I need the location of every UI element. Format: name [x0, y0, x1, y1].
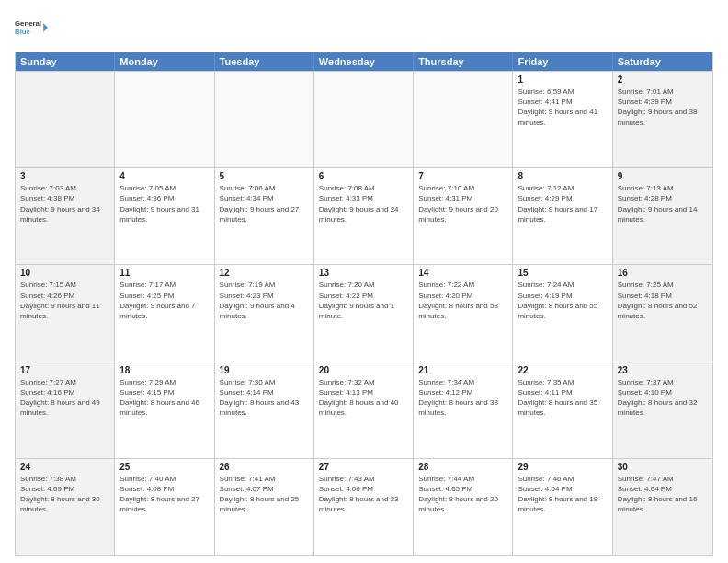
day-number: 1 — [518, 75, 607, 85]
cal-row-3: 17Sunrise: 7:27 AM Sunset: 4:16 PM Dayli… — [16, 362, 712, 458]
day-info: Sunrise: 7:38 AM Sunset: 4:09 PM Dayligh… — [20, 474, 109, 515]
header-cell-thursday: Thursday — [414, 52, 513, 71]
day-number: 8 — [518, 171, 607, 181]
cal-cell-r4-c6: 30Sunrise: 7:47 AM Sunset: 4:04 PM Dayli… — [613, 459, 712, 555]
day-info: Sunrise: 7:12 AM Sunset: 4:29 PM Dayligh… — [518, 183, 607, 224]
cal-cell-r2-c4: 14Sunrise: 7:22 AM Sunset: 4:20 PM Dayli… — [414, 265, 513, 361]
day-info: Sunrise: 7:05 AM Sunset: 4:36 PM Dayligh… — [119, 183, 209, 224]
cal-cell-r1-c1: 4Sunrise: 7:05 AM Sunset: 4:36 PM Daylig… — [115, 168, 214, 264]
day-number: 30 — [618, 462, 708, 472]
cal-cell-r3-c6: 23Sunrise: 7:37 AM Sunset: 4:10 PM Dayli… — [613, 362, 712, 458]
day-number: 2 — [618, 75, 708, 85]
cal-cell-r1-c3: 6Sunrise: 7:08 AM Sunset: 4:33 PM Daylig… — [314, 168, 414, 264]
cal-cell-r3-c4: 21Sunrise: 7:34 AM Sunset: 4:12 PM Dayli… — [414, 362, 513, 458]
day-info: Sunrise: 7:27 AM Sunset: 4:16 PM Dayligh… — [20, 377, 109, 419]
calendar: SundayMondayTuesdayWednesdayThursdayFrid… — [15, 52, 713, 556]
cal-cell-r4-c2: 26Sunrise: 7:41 AM Sunset: 4:07 PM Dayli… — [215, 459, 314, 555]
cal-cell-r3-c3: 20Sunrise: 7:32 AM Sunset: 4:13 PM Dayli… — [314, 362, 414, 458]
day-info: Sunrise: 7:15 AM Sunset: 4:26 PM Dayligh… — [20, 280, 109, 321]
svg-text:Blue: Blue — [15, 28, 31, 36]
cal-cell-r2-c0: 10Sunrise: 7:15 AM Sunset: 4:26 PM Dayli… — [16, 265, 115, 361]
cal-cell-r1-c6: 9Sunrise: 7:13 AM Sunset: 4:28 PM Daylig… — [613, 168, 712, 264]
day-number: 15 — [518, 268, 607, 278]
day-number: 7 — [418, 171, 507, 181]
day-info: Sunrise: 7:22 AM Sunset: 4:20 PM Dayligh… — [418, 280, 507, 321]
cal-cell-r3-c1: 18Sunrise: 7:29 AM Sunset: 4:15 PM Dayli… — [115, 362, 214, 458]
day-info: Sunrise: 7:46 AM Sunset: 4:04 PM Dayligh… — [518, 474, 607, 515]
logo-svg: General Blue — [15, 11, 48, 44]
header-cell-wednesday: Wednesday — [314, 52, 414, 71]
cal-cell-r4-c0: 24Sunrise: 7:38 AM Sunset: 4:09 PM Dayli… — [16, 459, 115, 555]
day-info: Sunrise: 7:30 AM Sunset: 4:14 PM Dayligh… — [220, 377, 309, 419]
day-info: Sunrise: 7:17 AM Sunset: 4:25 PM Dayligh… — [119, 280, 209, 321]
cal-cell-r4-c1: 25Sunrise: 7:40 AM Sunset: 4:08 PM Dayli… — [115, 459, 214, 555]
cal-cell-r4-c5: 29Sunrise: 7:46 AM Sunset: 4:04 PM Dayli… — [513, 459, 612, 555]
cal-cell-r0-c2 — [215, 72, 314, 167]
day-number: 13 — [319, 268, 408, 278]
day-number: 6 — [319, 171, 408, 181]
cal-cell-r4-c3: 27Sunrise: 7:43 AM Sunset: 4:06 PM Dayli… — [314, 459, 414, 555]
cal-row-2: 10Sunrise: 7:15 AM Sunset: 4:26 PM Dayli… — [16, 264, 712, 361]
day-info: Sunrise: 7:37 AM Sunset: 4:10 PM Dayligh… — [618, 377, 708, 419]
day-info: Sunrise: 7:10 AM Sunset: 4:31 PM Dayligh… — [418, 183, 507, 224]
day-info: Sunrise: 7:35 AM Sunset: 4:11 PM Dayligh… — [518, 377, 607, 419]
day-number: 25 — [119, 462, 209, 472]
day-number: 16 — [618, 268, 708, 278]
cal-cell-r2-c1: 11Sunrise: 7:17 AM Sunset: 4:25 PM Dayli… — [115, 265, 214, 361]
day-info: Sunrise: 7:03 AM Sunset: 4:38 PM Dayligh… — [20, 183, 109, 224]
logo: General Blue — [15, 11, 48, 44]
day-info: Sunrise: 7:20 AM Sunset: 4:22 PM Dayligh… — [319, 280, 408, 321]
cal-cell-r0-c6: 2Sunrise: 7:01 AM Sunset: 4:39 PM Daylig… — [613, 72, 712, 167]
header-cell-monday: Monday — [115, 52, 214, 71]
header-cell-tuesday: Tuesday — [215, 52, 314, 71]
day-number: 17 — [20, 365, 109, 375]
header: General Blue — [15, 11, 713, 44]
cal-cell-r2-c2: 12Sunrise: 7:19 AM Sunset: 4:23 PM Dayli… — [215, 265, 314, 361]
cal-cell-r1-c0: 3Sunrise: 7:03 AM Sunset: 4:38 PM Daylig… — [16, 168, 115, 264]
svg-text:General: General — [15, 19, 41, 28]
day-number: 12 — [220, 268, 309, 278]
day-number: 24 — [20, 462, 109, 472]
cal-cell-r3-c2: 19Sunrise: 7:30 AM Sunset: 4:14 PM Dayli… — [215, 362, 314, 458]
day-info: Sunrise: 7:34 AM Sunset: 4:12 PM Dayligh… — [418, 377, 507, 419]
day-info: Sunrise: 7:19 AM Sunset: 4:23 PM Dayligh… — [220, 280, 309, 321]
day-number: 10 — [20, 268, 109, 278]
cal-cell-r0-c4 — [414, 72, 513, 167]
day-number: 28 — [418, 462, 507, 472]
header-cell-saturday: Saturday — [613, 52, 712, 71]
day-number: 9 — [618, 171, 708, 181]
cal-cell-r1-c5: 8Sunrise: 7:12 AM Sunset: 4:29 PM Daylig… — [513, 168, 612, 264]
day-info: Sunrise: 7:47 AM Sunset: 4:04 PM Dayligh… — [618, 474, 708, 515]
header-cell-friday: Friday — [513, 52, 612, 71]
day-number: 4 — [119, 171, 209, 181]
cal-row-4: 24Sunrise: 7:38 AM Sunset: 4:09 PM Dayli… — [16, 458, 712, 555]
cal-cell-r0-c0 — [16, 72, 115, 167]
day-number: 20 — [319, 365, 408, 375]
cal-cell-r3-c0: 17Sunrise: 7:27 AM Sunset: 4:16 PM Dayli… — [16, 362, 115, 458]
cal-cell-r2-c6: 16Sunrise: 7:25 AM Sunset: 4:18 PM Dayli… — [613, 265, 712, 361]
day-number: 21 — [418, 365, 507, 375]
cal-cell-r2-c3: 13Sunrise: 7:20 AM Sunset: 4:22 PM Dayli… — [314, 265, 414, 361]
day-info: Sunrise: 7:32 AM Sunset: 4:13 PM Dayligh… — [319, 377, 408, 419]
day-number: 29 — [518, 462, 607, 472]
day-number: 19 — [220, 365, 309, 375]
day-info: Sunrise: 7:40 AM Sunset: 4:08 PM Dayligh… — [119, 474, 209, 515]
cal-cell-r0-c5: 1Sunrise: 6:59 AM Sunset: 4:41 PM Daylig… — [513, 72, 612, 167]
header-cell-sunday: Sunday — [16, 52, 115, 71]
cal-row-1: 3Sunrise: 7:03 AM Sunset: 4:38 PM Daylig… — [16, 167, 712, 264]
day-info: Sunrise: 7:44 AM Sunset: 4:05 PM Dayligh… — [418, 474, 507, 515]
svg-marker-2 — [43, 23, 48, 32]
day-number: 14 — [418, 268, 507, 278]
cal-cell-r2-c5: 15Sunrise: 7:24 AM Sunset: 4:19 PM Dayli… — [513, 265, 612, 361]
day-number: 3 — [20, 171, 109, 181]
day-info: Sunrise: 7:24 AM Sunset: 4:19 PM Dayligh… — [518, 280, 607, 321]
day-number: 18 — [119, 365, 209, 375]
day-number: 22 — [518, 365, 607, 375]
day-number: 5 — [220, 171, 309, 181]
day-number: 26 — [220, 462, 309, 472]
day-info: Sunrise: 7:13 AM Sunset: 4:28 PM Dayligh… — [618, 183, 708, 224]
day-info: Sunrise: 7:43 AM Sunset: 4:06 PM Dayligh… — [319, 474, 408, 515]
cal-row-0: 1Sunrise: 6:59 AM Sunset: 4:41 PM Daylig… — [16, 71, 712, 167]
day-info: Sunrise: 7:41 AM Sunset: 4:07 PM Dayligh… — [220, 474, 309, 515]
day-number: 11 — [119, 268, 209, 278]
